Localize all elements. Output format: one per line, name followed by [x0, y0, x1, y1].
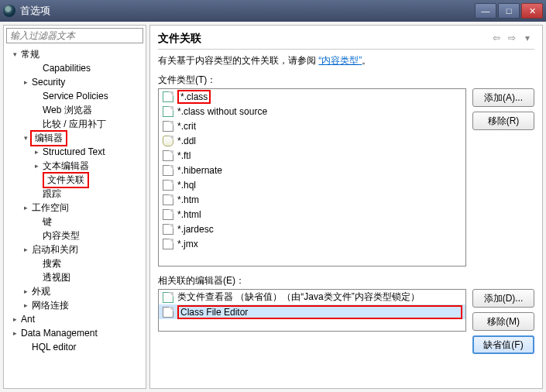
tree-service-policies[interactable]: Service Policies	[7, 89, 146, 103]
remove-editor-button[interactable]: 移除(M)	[472, 312, 534, 331]
preferences-tree[interactable]: ▾常规 Capabilities ▸Security Service Polic…	[4, 46, 146, 388]
editors-list[interactable]: 类文件查看器 （缺省值）（由“Java类文件”内容类型锁定）Class File…	[158, 289, 466, 332]
tree-web-browser[interactable]: Web 浏览器	[7, 103, 146, 117]
add-type-button[interactable]: 添加(A)...	[472, 88, 534, 107]
file-type-label: *.jardesc	[177, 224, 214, 235]
file-type-item[interactable]: *.crit	[159, 119, 465, 133]
jar-file-icon	[162, 223, 174, 236]
editor-label: Class File Editor	[180, 307, 248, 318]
tree-ant[interactable]: ▸Ant	[7, 312, 146, 326]
tree-data-management[interactable]: ▸Data Management	[7, 326, 146, 340]
q-file-icon	[162, 179, 174, 191]
j-file-icon	[162, 291, 174, 304]
file-type-item[interactable]: *.ftl	[159, 148, 465, 163]
tree-text-editors[interactable]: ▸文本编辑器	[7, 159, 146, 173]
close-button[interactable]: ✕	[521, 3, 543, 19]
file-types-list[interactable]: *.class*.class without source*.crit*.ddl…	[158, 88, 466, 266]
nav-back-icon[interactable]: ⇦	[489, 33, 503, 45]
file-type-label: *.ftl	[177, 150, 191, 161]
tree-editors[interactable]: ▾编辑器	[7, 131, 146, 145]
tree-trace[interactable]: 跟踪	[7, 187, 146, 201]
page-title: 文件关联	[158, 32, 489, 46]
description: 有关基于内容类型的文件关联，请参阅 “内容类型”。	[158, 54, 534, 67]
file-type-label: *.hql	[177, 180, 196, 191]
tree-compare-patch[interactable]: 比较 / 应用补丁	[7, 117, 146, 131]
file-type-label: *.html	[177, 209, 201, 220]
tree-hql-editor[interactable]: HQL editor	[7, 340, 146, 354]
content-panel: 文件关联 ⇦ ⇨ ▾ 有关基于内容类型的文件关联，请参阅 “内容类型”。 文件类…	[149, 25, 543, 389]
file-type-item[interactable]: *.ddl	[159, 133, 465, 148]
editor-item[interactable]: 类文件查看器 （缺省值）（由“Java类文件”内容类型锁定）	[159, 290, 465, 304]
file-type-label: *.htm	[177, 194, 199, 205]
tree-content-types[interactable]: 内容类型	[7, 229, 146, 242]
file-type-item[interactable]: *.htm	[159, 192, 465, 207]
nav-menu-icon[interactable]: ▾	[520, 33, 534, 45]
tree-startup-shutdown[interactable]: ▸启动和关闭	[7, 242, 146, 256]
editors-label: 相关联的编辑器(E)：	[158, 274, 534, 287]
tree-search[interactable]: 搜索	[7, 256, 146, 270]
file-types-label: 文件类型(T)：	[158, 74, 534, 87]
minimize-button[interactable]: —	[475, 3, 496, 19]
nav-forward-icon[interactable]: ⇨	[505, 33, 519, 45]
file-type-label: *.class	[180, 91, 208, 102]
tree-security[interactable]: ▸Security	[7, 75, 146, 89]
file-type-item[interactable]: *.class without source	[159, 104, 465, 119]
file-type-label: *.jmx	[177, 239, 198, 249]
tree-structured-text[interactable]: ▸Structured Text	[7, 145, 146, 159]
left-panel: ▾常规 Capabilities ▸Security Service Polic…	[3, 25, 146, 389]
h-file-icon	[162, 208, 174, 221]
tree-keys[interactable]: 键	[7, 215, 146, 229]
window-title: 首选项	[20, 4, 475, 18]
tree-perspectives[interactable]: 透视图	[7, 270, 146, 284]
tree-workspace[interactable]: ▸工作空间	[7, 201, 146, 215]
c-file-icon	[162, 306, 174, 318]
j-file-icon	[162, 91, 174, 103]
maximize-button[interactable]: □	[498, 3, 520, 19]
content-types-link[interactable]: “内容类型”	[318, 55, 362, 66]
db-file-icon	[162, 135, 174, 147]
file-type-item[interactable]: *.jmx	[159, 236, 465, 251]
h-file-icon	[162, 194, 174, 206]
tree-capabilities[interactable]: Capabilities	[7, 61, 146, 75]
filter-input[interactable]	[6, 28, 143, 43]
f-file-icon	[162, 150, 174, 162]
tree-network[interactable]: ▸网络连接	[7, 298, 146, 312]
file-type-label: *.crit	[177, 121, 196, 132]
file-type-label: *.class without source	[177, 106, 267, 117]
q-file-icon	[162, 120, 174, 132]
c-file-icon	[162, 164, 174, 177]
editor-label: 类文件查看器 （缺省值）（由“Java类文件”内容类型锁定）	[177, 291, 420, 304]
editor-item[interactable]: Class File Editor	[159, 304, 465, 319]
tree-general[interactable]: ▾常规	[7, 47, 146, 61]
file-type-item[interactable]: *.html	[159, 207, 465, 222]
default-button[interactable]: 缺省值(F)	[472, 335, 534, 354]
file-type-item[interactable]: *.class	[159, 89, 465, 104]
add-editor-button[interactable]: 添加(D)...	[472, 289, 534, 308]
file-type-item[interactable]: *.jardesc	[159, 222, 465, 236]
title-bar: 首选项 — □ ✕	[0, 0, 546, 22]
remove-type-button[interactable]: 移除(R)	[472, 112, 534, 130]
j-file-icon	[162, 105, 174, 118]
f-file-icon	[162, 238, 174, 250]
file-type-item[interactable]: *.hql	[159, 177, 465, 192]
app-icon	[3, 5, 15, 17]
file-type-item[interactable]: *.hibernate	[159, 163, 465, 177]
tree-appearance[interactable]: ▸外观	[7, 284, 146, 298]
file-type-label: *.hibernate	[177, 165, 222, 176]
file-type-label: *.ddl	[177, 136, 196, 146]
tree-file-associations[interactable]: 文件关联	[7, 173, 146, 187]
